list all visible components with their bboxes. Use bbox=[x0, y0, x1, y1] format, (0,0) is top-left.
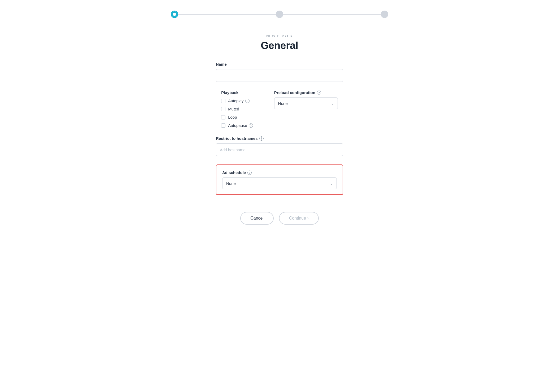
muted-label: Muted bbox=[228, 107, 239, 111]
autopause-checkbox[interactable] bbox=[221, 123, 225, 128]
muted-checkbox[interactable] bbox=[221, 107, 225, 111]
ad-schedule-select[interactable]: None bbox=[222, 177, 337, 189]
loop-checkbox-item[interactable]: Loop bbox=[221, 115, 253, 119]
continue-button[interactable]: Continue › bbox=[279, 212, 319, 225]
progress-step-2[interactable] bbox=[276, 11, 283, 18]
loop-label: Loop bbox=[228, 115, 237, 119]
autoplay-help-icon[interactable]: ? bbox=[245, 99, 250, 103]
name-label: Name bbox=[216, 62, 343, 66]
name-input[interactable] bbox=[216, 69, 343, 82]
hostname-input[interactable] bbox=[216, 143, 343, 156]
autopause-checkbox-item[interactable]: Autopause ? bbox=[221, 123, 253, 128]
cancel-button[interactable]: Cancel bbox=[240, 212, 274, 225]
hostnames-section: Restrict to hostnames ? bbox=[165, 136, 394, 156]
name-section: Name bbox=[165, 62, 394, 82]
progress-line-2 bbox=[283, 14, 381, 15]
preload-select[interactable]: None Auto Metadata bbox=[274, 97, 338, 109]
checkbox-group: Autoplay ? Muted Loop bbox=[221, 99, 253, 128]
ad-schedule-section: Ad schedule ? None ⌄ bbox=[216, 164, 343, 195]
ad-schedule-select-wrapper: None ⌄ bbox=[222, 177, 337, 189]
preload-select-wrapper: None Auto Metadata ⌄ bbox=[274, 97, 338, 109]
ad-schedule-help-icon[interactable]: ? bbox=[247, 171, 252, 175]
progress-step-1[interactable] bbox=[171, 11, 178, 18]
autoplay-label: Autoplay ? bbox=[228, 99, 249, 103]
progress-bar bbox=[165, 11, 394, 18]
playback-preload-section: Playback Autoplay ? Muted bbox=[221, 90, 338, 128]
ad-schedule-label: Ad schedule ? bbox=[222, 170, 337, 175]
autoplay-checkbox[interactable] bbox=[221, 99, 225, 103]
loop-checkbox[interactable] bbox=[221, 115, 225, 119]
name-input-wrapper bbox=[216, 69, 343, 82]
playback-label: Playback bbox=[221, 90, 253, 95]
hostnames-help-icon[interactable]: ? bbox=[259, 136, 264, 141]
progress-step-3[interactable] bbox=[381, 11, 388, 18]
autoplay-checkbox-item[interactable]: Autoplay ? bbox=[221, 99, 253, 103]
autopause-help-icon[interactable]: ? bbox=[249, 123, 253, 128]
form-subtitle: NEW PLAYER bbox=[165, 34, 394, 38]
hostnames-label: Restrict to hostnames ? bbox=[216, 136, 343, 141]
page-container: NEW PLAYER General Name Playback Autopla… bbox=[160, 0, 399, 240]
preload-column: Preload configuration ? None Auto Metada… bbox=[274, 90, 338, 109]
preload-help-icon[interactable]: ? bbox=[317, 91, 321, 95]
preload-label: Preload configuration ? bbox=[274, 90, 338, 95]
form-title: General bbox=[165, 40, 394, 51]
autopause-label: Autopause ? bbox=[228, 123, 253, 128]
action-buttons: Cancel Continue › bbox=[165, 212, 394, 225]
progress-line-1 bbox=[178, 14, 276, 15]
muted-checkbox-item[interactable]: Muted bbox=[221, 107, 253, 111]
form-header: NEW PLAYER General bbox=[165, 34, 394, 51]
playback-column: Playback Autoplay ? Muted bbox=[221, 90, 253, 128]
